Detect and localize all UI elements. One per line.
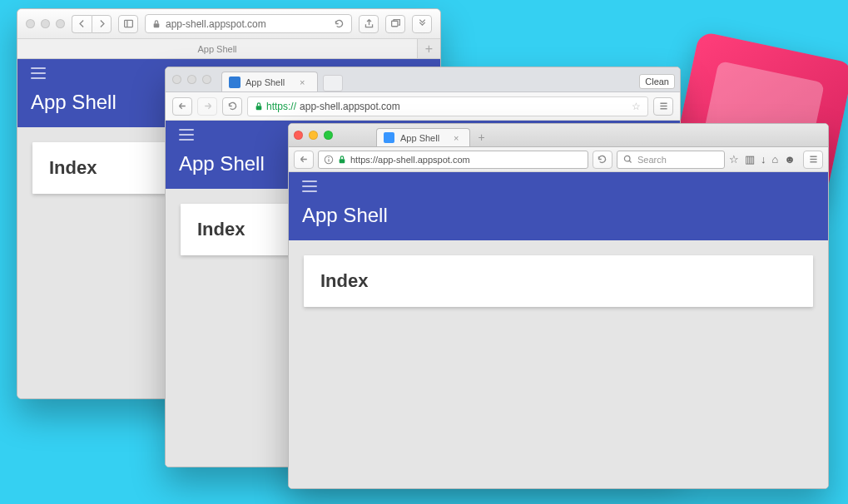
hamburger-icon[interactable] xyxy=(179,129,194,141)
svg-point-12 xyxy=(624,156,630,161)
window-controls[interactable] xyxy=(294,131,333,140)
svg-rect-2 xyxy=(154,23,160,27)
lock-icon xyxy=(338,155,346,165)
window-controls[interactable] xyxy=(26,19,65,28)
new-tab-button[interactable] xyxy=(323,75,343,91)
new-tab-button[interactable]: + xyxy=(417,39,440,58)
minimize-window-button[interactable] xyxy=(41,19,50,28)
search-icon xyxy=(622,154,633,165)
url-text: app-shell.appspot.com xyxy=(300,101,400,112)
tab-title: App Shell xyxy=(400,133,439,143)
sidebar-button[interactable] xyxy=(118,15,138,33)
back-button[interactable] xyxy=(72,15,92,33)
firefox-tabstrip: App Shell × + xyxy=(289,124,828,147)
svg-rect-4 xyxy=(256,106,262,110)
hamburger-icon[interactable] xyxy=(31,67,46,79)
nav-buttons xyxy=(72,15,112,33)
svg-rect-11 xyxy=(340,159,345,163)
bookmark-star-icon[interactable]: ☆ xyxy=(729,153,739,166)
chrome-tabstrip: App Shell × Clean xyxy=(166,67,680,92)
overflow-button[interactable] xyxy=(412,15,432,33)
safari-tabbar: App Shell + xyxy=(17,39,440,59)
close-tab-button[interactable]: × xyxy=(454,133,459,143)
clean-button[interactable]: Clean xyxy=(639,74,675,89)
favicon-icon xyxy=(384,132,394,143)
maximize-window-button[interactable] xyxy=(202,75,211,84)
svg-line-13 xyxy=(629,161,631,162)
svg-rect-0 xyxy=(124,20,132,27)
hamburger-icon[interactable] xyxy=(302,180,317,192)
url-text: app-shell.appspot.com xyxy=(166,18,266,30)
close-window-button[interactable] xyxy=(26,19,35,28)
close-window-button[interactable] xyxy=(294,131,303,140)
menu-button[interactable] xyxy=(653,97,673,116)
lock-icon xyxy=(152,19,161,29)
reload-button[interactable] xyxy=(593,151,612,169)
new-tab-button[interactable]: + xyxy=(479,131,485,144)
browser-tab[interactable]: App Shell xyxy=(17,39,417,58)
back-button[interactable] xyxy=(172,97,192,116)
forward-button[interactable] xyxy=(92,15,112,33)
safari-titlebar: app-shell.appspot.com xyxy=(17,9,440,39)
content-card: Index xyxy=(304,255,813,307)
minimize-window-button[interactable] xyxy=(309,131,318,140)
firefox-window: App Shell × + https://app-shell.appspot.… xyxy=(288,123,829,489)
window-controls[interactable] xyxy=(172,75,211,84)
url-text: https://app-shell.appspot.com xyxy=(350,155,470,165)
browser-tab[interactable]: App Shell × xyxy=(376,128,470,146)
minimize-window-button[interactable] xyxy=(187,75,196,84)
favicon-icon xyxy=(229,77,241,88)
menu-button[interactable] xyxy=(803,151,823,169)
forward-button xyxy=(197,97,217,116)
svg-point-10 xyxy=(328,156,329,157)
tab-title: App Shell xyxy=(245,77,285,87)
share-button[interactable] xyxy=(359,15,379,33)
info-icon[interactable] xyxy=(324,155,334,165)
bookmark-star-icon[interactable]: ☆ xyxy=(632,101,641,112)
reload-icon[interactable] xyxy=(334,18,345,29)
address-bar[interactable]: app-shell.appspot.com xyxy=(145,14,352,33)
page-content: App Shell Index xyxy=(289,172,828,488)
card-heading: Index xyxy=(320,270,796,292)
address-bar[interactable]: https://app-shell.appspot.com xyxy=(318,151,588,169)
library-icon[interactable]: ▥ xyxy=(745,153,755,166)
url-scheme: https:// xyxy=(266,101,296,112)
browser-tab[interactable]: App Shell × xyxy=(221,72,318,91)
maximize-window-button[interactable] xyxy=(56,19,65,28)
home-icon[interactable]: ⌂ xyxy=(771,153,778,166)
maximize-window-button[interactable] xyxy=(324,131,333,140)
svg-rect-3 xyxy=(391,21,397,27)
search-box[interactable]: Search xyxy=(617,151,725,169)
chrome-toolbar: https://app-shell.appspot.com ☆ xyxy=(166,92,680,121)
address-bar[interactable]: https://app-shell.appspot.com ☆ xyxy=(247,96,648,116)
close-tab-button[interactable]: × xyxy=(300,77,305,87)
toolbar-icons: ☆ ▥ ↓ ⌂ ☻ xyxy=(729,153,796,166)
firefox-toolbar: https://app-shell.appspot.com Search ☆ ▥… xyxy=(289,147,828,172)
downloads-icon[interactable]: ↓ xyxy=(761,153,766,166)
back-button[interactable] xyxy=(294,151,314,169)
reload-button[interactable] xyxy=(222,97,242,116)
pocket-icon[interactable]: ☻ xyxy=(784,153,796,166)
tabs-button[interactable] xyxy=(385,15,405,33)
app-title: App Shell xyxy=(302,204,815,227)
search-placeholder: Search xyxy=(637,155,667,165)
app-header: App Shell xyxy=(289,172,828,240)
lock-icon xyxy=(255,101,263,111)
close-window-button[interactable] xyxy=(172,75,181,84)
